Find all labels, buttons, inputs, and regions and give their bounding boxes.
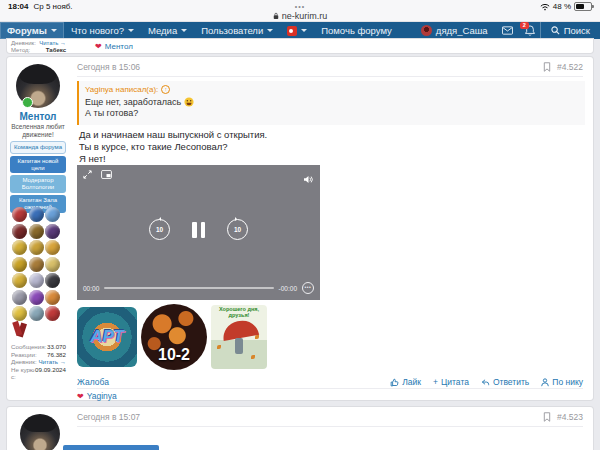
safari-address-bar[interactable]: ne-kurim.ru <box>0 11 600 22</box>
skip-back-10-button[interactable]: 10 <box>149 219 170 240</box>
award-icon <box>45 224 60 239</box>
award-icon <box>45 290 60 305</box>
bookmark-icon[interactable] <box>543 412 551 422</box>
heart-icon: ❤ <box>77 392 84 401</box>
nav-red-app[interactable] <box>280 22 314 39</box>
award-icon <box>12 224 27 239</box>
video-player[interactable]: 10 10 00:00 -00:00 ••• <box>77 165 320 300</box>
bookmark-icon[interactable] <box>543 62 551 72</box>
nav-help-forum[interactable]: Помочь форуму <box>314 22 399 39</box>
quote-attribution-link[interactable]: Yaginya написал(а): <box>85 85 158 94</box>
search-button[interactable]: Поиск <box>540 22 600 39</box>
attachment-10-2-image[interactable]: 10-2 <box>141 304 207 370</box>
forum-navbar: Форумы Что нового? Медиа Пользователи По… <box>0 22 600 39</box>
previous-post-fragment: Дневник:Читать → Метод:Табекс ❤ Ментол <box>7 39 593 53</box>
volume-icon[interactable] <box>303 175 314 184</box>
video-time-remaining: -00:00 <box>279 285 297 292</box>
lock-icon <box>273 12 279 20</box>
alerts-button[interactable]: 2 <box>520 22 540 39</box>
author-stats: Сообщения:33.070 Реакции:76.382 Дневник:… <box>11 343 66 381</box>
post-date-link[interactable]: Сегодня в 15:07 <box>77 412 140 422</box>
chevron-down-icon[interactable] <box>181 29 187 32</box>
previous-post-reactions[interactable]: ❤ Ментол <box>95 39 133 53</box>
report-link[interactable]: Жалоба <box>77 377 109 387</box>
badge-captain-new-goal: Капитан новой цели <box>10 156 66 174</box>
award-icon <box>29 306 44 321</box>
author-avatar[interactable] <box>20 414 60 450</box>
quote-block: Yaginya написал(а): ↑ Еще нет, заработал… <box>77 81 585 125</box>
previous-post-userinfo: Дневник:Читать → Метод:Табекс <box>11 40 66 53</box>
clock: 18:04 <box>8 2 28 11</box>
nav-whats-new[interactable]: Что нового? <box>64 22 141 39</box>
url-text: ne-kurim.ru <box>282 11 328 21</box>
quit-date: 09.09.2024 <box>35 366 66 381</box>
reaction-user-link[interactable]: Yaginya <box>87 391 117 401</box>
heart-icon: ❤ <box>95 42 102 51</box>
quote-button[interactable]: + Цитата <box>433 377 469 387</box>
award-icon <box>12 273 27 288</box>
figure-shape <box>235 338 243 354</box>
search-icon <box>551 26 560 35</box>
online-status-icon <box>22 97 33 108</box>
post-date-link[interactable]: Сегодня в 15:06 <box>77 62 140 72</box>
chevron-down-icon[interactable] <box>301 29 307 32</box>
chevron-down-icon[interactable] <box>267 29 273 32</box>
video-time-current: 00:00 <box>83 285 99 292</box>
post-number-link[interactable]: #4.522 <box>557 62 583 72</box>
post-4523: Сегодня в 15:07 #4.523 <box>7 407 593 450</box>
video-more-options-icon[interactable]: ••• <box>302 282 314 294</box>
chevron-down-icon[interactable] <box>51 29 57 32</box>
ribbon-award-icon <box>17 322 27 337</box>
picture-in-picture-icon[interactable] <box>101 170 112 179</box>
laughing-emoji-icon <box>184 97 194 107</box>
attachment-art-image[interactable]: АРТ <box>77 307 137 367</box>
post-4522: Ментол Вселенная любит движение! Команда… <box>7 57 593 400</box>
award-icon <box>29 257 44 272</box>
award-icon <box>45 240 60 255</box>
pause-button[interactable] <box>192 222 205 238</box>
award-icon <box>12 290 27 305</box>
author-tagline: Вселенная любит движение! <box>9 123 67 138</box>
author-badges: Команда форума Капитан новой цели Модера… <box>10 141 66 213</box>
thumbs-up-icon <box>390 378 399 387</box>
search-label: Поиск <box>564 25 590 36</box>
battery-icon <box>574 2 592 11</box>
post-content-fragment <box>63 445 159 450</box>
messages-count: 33.070 <box>47 343 66 351</box>
reply-button[interactable]: Ответить <box>481 377 529 387</box>
badge-moderator: Модератор Болтологии <box>10 175 66 193</box>
reply-by-nick-button[interactable]: По нику <box>541 377 583 387</box>
envelope-icon <box>502 26 513 35</box>
reply-icon <box>481 378 490 387</box>
badge-team: Команда форума <box>10 141 66 154</box>
red-app-icon <box>287 26 297 36</box>
alerts-count-badge: 2 <box>520 22 529 29</box>
award-icon <box>29 290 44 305</box>
award-icon <box>45 207 60 222</box>
attachment-autumn-image[interactable]: Хорошего дня, друзья! <box>211 305 267 369</box>
nav-forums[interactable]: Форумы <box>0 22 64 39</box>
award-icon <box>12 306 27 321</box>
inbox-button[interactable] <box>495 22 520 39</box>
fullscreen-icon[interactable] <box>83 170 92 179</box>
chevron-down-icon[interactable] <box>128 29 134 32</box>
award-icon <box>45 257 60 272</box>
skip-forward-10-button[interactable]: 10 <box>227 219 248 240</box>
username: дядя_Саша <box>436 25 488 36</box>
video-progress-bar[interactable] <box>104 287 273 289</box>
battery-percent: 48 % <box>553 2 571 11</box>
diary-link[interactable]: Читать → <box>38 358 66 366</box>
reactions-count: 76.382 <box>47 351 66 359</box>
account-menu[interactable]: дядя_Саша <box>414 22 495 39</box>
nav-members[interactable]: Пользователи <box>194 22 280 39</box>
nav-media[interactable]: Медиа <box>141 22 194 39</box>
like-button[interactable]: Лайк <box>390 377 421 387</box>
post-reactions[interactable]: ❤ Yaginya <box>77 391 117 401</box>
award-icon <box>12 207 27 222</box>
award-icon <box>12 257 27 272</box>
award-icon <box>45 306 60 321</box>
author-name-link[interactable]: Ментол <box>7 111 69 122</box>
expand-quote-icon[interactable]: ↑ <box>161 85 170 94</box>
post-number-link[interactable]: #4.523 <box>557 412 583 422</box>
reaction-user-link[interactable]: Ментол <box>105 42 133 51</box>
